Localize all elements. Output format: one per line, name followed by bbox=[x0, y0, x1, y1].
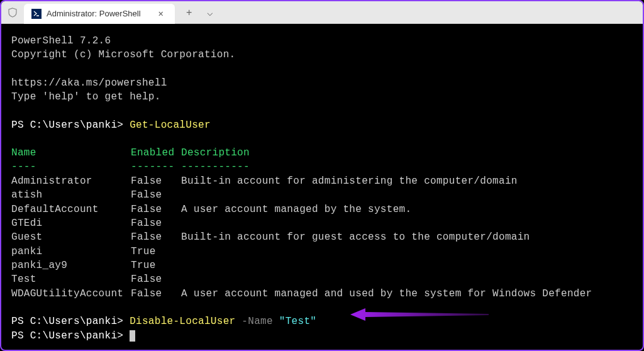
tab-powershell[interactable]: Administrator: PowerShell ✕ bbox=[24, 4, 175, 24]
cursor bbox=[130, 330, 135, 342]
table-row: panki True bbox=[11, 245, 633, 259]
string-test: "Test" bbox=[279, 316, 316, 327]
new-tab-button[interactable]: + bbox=[180, 4, 198, 21]
table-row: GTEdi False bbox=[11, 216, 633, 230]
url-line: https://aka.ms/powershell bbox=[11, 76, 633, 90]
copyright-line: Copyright (c) Microsoft Corporation. bbox=[11, 48, 633, 62]
table-row: Administrator False Built-in account for… bbox=[11, 174, 633, 188]
tab-title: Administrator: PowerShell bbox=[47, 9, 150, 18]
prompt-line-1: PS C:\Users\panki> Get-LocalUser bbox=[11, 118, 633, 132]
table-row: panki_ay9 True bbox=[11, 259, 633, 272]
prompt-line-2: PS C:\Users\panki> Disable-LocalUser -Na… bbox=[11, 315, 633, 328]
table-row: DefaultAccount False A user account mana… bbox=[11, 203, 633, 216]
terminal-output[interactable]: PowerShell 7.2.6 Copyright (c) Microsoft… bbox=[1, 24, 643, 351]
powershell-icon bbox=[31, 9, 42, 19]
command-disable-localuser: Disable-LocalUser bbox=[130, 316, 235, 327]
shield-icon bbox=[6, 6, 19, 19]
tab-close-button[interactable]: ✕ bbox=[155, 7, 167, 20]
command-get-localuser: Get-LocalUser bbox=[130, 120, 211, 131]
tab-controls: + ⌵ bbox=[180, 4, 219, 21]
table-row: WDAGUtilityAccountFalse A user account m… bbox=[11, 287, 633, 301]
table-separator: ---------------------- bbox=[11, 160, 633, 174]
table-header: NameEnabledDescription bbox=[11, 146, 633, 160]
help-line: Type 'help' to get help. bbox=[11, 90, 633, 104]
table-row: atish False bbox=[11, 188, 633, 202]
param-name: -Name bbox=[235, 316, 279, 327]
tab-dropdown-button[interactable]: ⌵ bbox=[201, 4, 219, 21]
version-line: PowerShell 7.2.6 bbox=[11, 34, 633, 48]
table-row: Test False bbox=[11, 272, 633, 286]
table-row: Guest False Built-in account for guest a… bbox=[11, 230, 633, 244]
prompt-line-3: PS C:\Users\panki> bbox=[11, 329, 633, 343]
titlebar: Administrator: PowerShell ✕ + ⌵ bbox=[1, 1, 643, 24]
